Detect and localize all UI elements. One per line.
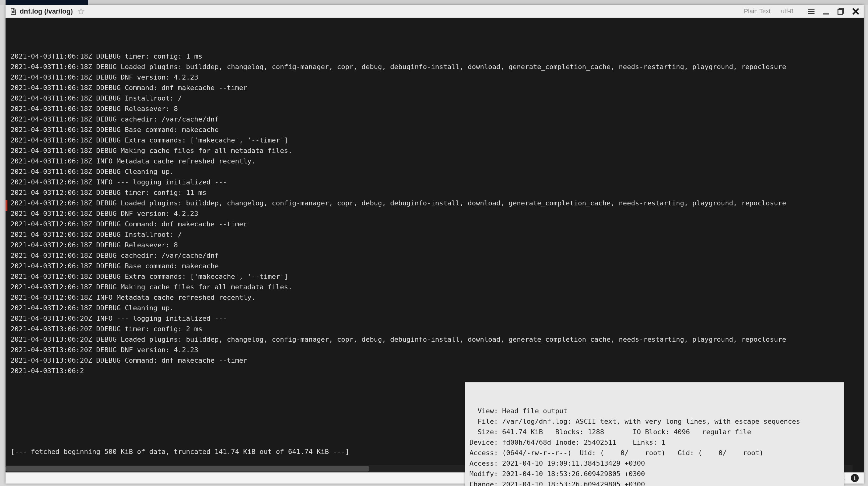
log-line: 2021-04-03T12:06:18Z DEBUG Loaded plugin… bbox=[10, 198, 859, 209]
document-icon bbox=[9, 8, 17, 15]
log-line: 2021-04-03T13:06:2 bbox=[10, 366, 859, 376]
log-line: 2021-04-03T11:06:18Z DDEBUG Base command… bbox=[10, 125, 859, 135]
log-line: 2021-04-03T12:06:18Z DEBUG DNF version: … bbox=[10, 209, 859, 219]
log-line: 2021-04-03T11:06:18Z DDEBUG Command: dnf… bbox=[10, 83, 859, 93]
encoding-label[interactable]: utf-8 bbox=[781, 8, 794, 15]
log-line: 2021-04-03T11:06:18Z DEBUG Loaded plugin… bbox=[10, 62, 859, 72]
tooltip-line: View: Head file output bbox=[469, 406, 839, 416]
log-line: 2021-04-03T11:06:18Z DEBUG Making cache … bbox=[10, 146, 859, 156]
log-line: 2021-04-03T12:06:18Z DDEBUG Extra comman… bbox=[10, 271, 859, 282]
log-line: 2021-04-03T11:06:18Z DDEBUG Cleaning up. bbox=[10, 166, 859, 177]
log-line: 2021-04-03T12:06:18Z DDEBUG timer: confi… bbox=[10, 187, 859, 198]
log-line: 2021-04-03T13:06:20Z DEBUG Loaded plugin… bbox=[10, 334, 859, 345]
document-title: dnf.log (/var/log) bbox=[20, 7, 73, 16]
maximize-icon[interactable] bbox=[837, 7, 845, 16]
log-line: 2021-04-03T11:06:18Z DDEBUG Installroot:… bbox=[10, 93, 859, 103]
minimize-icon[interactable] bbox=[822, 7, 830, 16]
hamburger-menu-icon[interactable] bbox=[807, 7, 815, 16]
log-line: 2021-04-03T12:06:18Z DDEBUG Releasever: … bbox=[10, 240, 859, 250]
log-line: 2021-04-03T11:06:18Z DDEBUG Extra comman… bbox=[10, 135, 859, 146]
tooltip-line: Change: 2021-04-10 18:53:26.609429805 +0… bbox=[469, 479, 839, 486]
fetch-truncation-note: [--- fetched beginning 500 KiB of data, … bbox=[10, 447, 349, 457]
syntax-format-label[interactable]: Plain Text bbox=[744, 8, 771, 15]
tooltip-line: Modify: 2021-04-10 18:53:26.609429805 +0… bbox=[469, 469, 839, 479]
svg-marker-2 bbox=[78, 8, 84, 13]
log-line: 2021-04-03T11:06:18Z DDEBUG timer: confi… bbox=[10, 51, 859, 62]
log-line: 2021-04-03T12:06:18Z DDEBUG Cleaning up. bbox=[10, 303, 859, 313]
tooltip-line: File: /var/log/dnf.log: ASCII text, with… bbox=[469, 416, 839, 427]
error-marker bbox=[5, 200, 7, 211]
log-line: 2021-04-03T12:06:18Z DDEBUG Installroot:… bbox=[10, 230, 859, 240]
file-info-tooltip: View: Head file output File: /var/log/dn… bbox=[465, 382, 844, 486]
log-line: 2021-04-03T12:06:18Z DEBUG Making cache … bbox=[10, 282, 859, 292]
os-tab-strip bbox=[0, 0, 868, 5]
info-icon[interactable]: i bbox=[851, 474, 859, 482]
tooltip-line: Device: fd00h/64768d Inode: 25402511 Lin… bbox=[469, 437, 839, 448]
tooltip-line: Access: 2021-04-10 19:09:11.384513429 +0… bbox=[469, 458, 839, 469]
log-line: 2021-04-03T13:06:20Z DDEBUG Command: dnf… bbox=[10, 355, 859, 366]
log-line: 2021-04-03T12:06:18Z DEBUG cachedir: /va… bbox=[10, 250, 859, 261]
svg-rect-8 bbox=[838, 9, 843, 14]
log-line: 2021-04-03T11:06:18Z DEBUG DNF version: … bbox=[10, 72, 859, 83]
log-line: 2021-04-03T13:06:20Z DDEBUG timer: confi… bbox=[10, 324, 859, 334]
active-app-tab[interactable] bbox=[5, 0, 88, 5]
horizontal-scrollbar-thumb[interactable] bbox=[5, 466, 369, 472]
log-line: 2021-04-03T12:06:18Z INFO Metadata cache… bbox=[10, 292, 859, 303]
log-line: 2021-04-03T12:06:18Z DDEBUG Base command… bbox=[10, 261, 859, 271]
star-icon[interactable] bbox=[78, 8, 85, 15]
log-line: 2021-04-03T12:06:18Z DDEBUG Command: dnf… bbox=[10, 219, 859, 230]
log-line: 2021-04-03T13:06:20Z INFO --- logging in… bbox=[10, 313, 859, 324]
title-bar: dnf.log (/var/log) Plain Text utf-8 bbox=[5, 5, 864, 18]
log-line: 2021-04-03T11:06:18Z DEBUG cachedir: /va… bbox=[10, 114, 859, 125]
log-line: 2021-04-03T11:06:18Z DDEBUG Releasever: … bbox=[10, 103, 859, 114]
tooltip-line: Size: 641.74 KiB Blocks: 1288 IO Block: … bbox=[469, 427, 839, 437]
log-line: 2021-04-03T12:06:18Z INFO --- logging in… bbox=[10, 177, 859, 187]
log-line: 2021-04-03T11:06:18Z INFO Metadata cache… bbox=[10, 156, 859, 166]
close-icon[interactable] bbox=[851, 7, 860, 16]
log-line: 2021-04-03T13:06:20Z DEBUG DNF version: … bbox=[10, 345, 859, 355]
tooltip-line: Access: (0644/-rw-r--r--) Uid: ( 0/ root… bbox=[469, 448, 839, 458]
